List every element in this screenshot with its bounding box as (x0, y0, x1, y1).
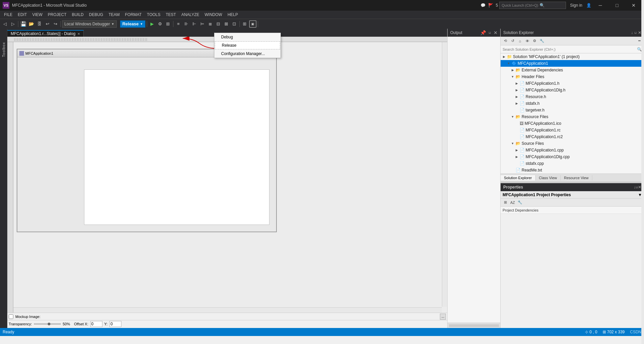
debugger-dropdown[interactable]: Local Windows Debugger ▼ (62, 20, 117, 28)
menu-edit[interactable]: EDIT (15, 11, 29, 19)
offset-x-spinbox[interactable]: 0 (90, 321, 102, 327)
align-btn-2[interactable]: ⊪ (183, 20, 190, 28)
menu-help[interactable]: HELP (225, 11, 240, 19)
offset-y-spinbox[interactable]: 0 (109, 321, 121, 327)
menu-build[interactable]: BUILD (69, 11, 86, 19)
se-resourcefiles-row[interactable]: ▼ 📂 Resource Files (501, 113, 644, 120)
se-close-icon[interactable]: ✕ (638, 30, 641, 35)
se-project-row[interactable]: ▼ 🔷 MFCApplication1 (501, 60, 644, 67)
prop-alphabetical-btn[interactable]: AZ (509, 199, 516, 206)
menu-test[interactable]: TEST (163, 11, 179, 19)
se-resourcefiles-label: Resource Files (522, 114, 548, 119)
minimize-button[interactable]: ─ (593, 0, 608, 11)
se-tab-class-view[interactable]: Class View (536, 175, 561, 181)
prop-scrollbar[interactable] (641, 0, 644, 344)
open-button[interactable]: 📂 (28, 20, 35, 28)
forward-button[interactable]: ▷ (9, 20, 17, 28)
se-pin-icon[interactable]: ↓ (631, 30, 633, 35)
prop-categorized-btn[interactable]: ⊞ (502, 199, 509, 206)
config-option-release[interactable]: Release (215, 41, 280, 49)
undo-button[interactable]: ↩ (44, 20, 51, 28)
mockup-checkbox[interactable] (9, 314, 13, 319)
align-btn-3[interactable]: ⊩ (191, 20, 198, 28)
tools-btn-1[interactable]: ⊞ (164, 20, 172, 28)
menu-format[interactable]: FORMAT (122, 11, 144, 19)
se-props-btn[interactable]: 🔧 (539, 38, 545, 44)
save-all-button[interactable]: 🗄 (36, 20, 43, 28)
prop-close-icon[interactable]: ✕ (638, 185, 641, 190)
se-headerfiles-label: Header Files (522, 74, 544, 79)
signin-link[interactable]: Sign in (567, 3, 585, 8)
menu-project[interactable]: PROJECT (45, 11, 69, 19)
se-filter-btn[interactable]: ⚙ (531, 38, 538, 44)
transparency-slider[interactable] (34, 323, 61, 325)
menu-debug[interactable]: DEBUG (86, 11, 106, 19)
se-collapse-btn[interactable]: ⟲ (502, 38, 509, 44)
se-home-btn[interactable]: ⌂ (517, 38, 523, 44)
maximize-button[interactable]: □ (609, 0, 625, 11)
se-extdeps-row[interactable]: ▶ 📂 External Dependencies (501, 67, 644, 73)
attach-button[interactable]: ⚙ (156, 20, 164, 28)
prop-wrench-btn[interactable]: 🔧 (517, 199, 523, 206)
se-targetver-row[interactable]: 📄 targetver.h (501, 107, 644, 113)
editor-tab-close[interactable]: ✕ (77, 32, 80, 36)
redo-button[interactable]: ↪ (52, 20, 59, 28)
prop-subtitle: MFCApplication1 Project Properties ▼ (501, 191, 644, 199)
se-mfcapp1dlgh-row[interactable]: ▶ 📄 MFCApplication1Dlg.h (501, 87, 644, 93)
se-mfcapp1dlgcpp-row[interactable]: ▶ 📄 MFCApplication1Dlg.cpp (501, 153, 644, 160)
se-readme-row[interactable]: 📄 ReadMe.txt (501, 167, 644, 174)
se-tab-solution-explorer[interactable]: Solution Explorer (501, 175, 536, 181)
tab-order-button[interactable]: ▣ (249, 20, 256, 28)
se-stdafxcpp-row[interactable]: 📄 stdafx.cpp (501, 160, 644, 167)
se-solution-expand: ▶ (502, 55, 506, 59)
menu-tools[interactable]: TOOLS (144, 11, 163, 19)
designer-area[interactable]: MFCApplication1 (13, 42, 447, 313)
horizontal-scrollbar[interactable] (13, 307, 442, 313)
editor-tab-active[interactable]: MFCApplication1.r...States)] - Dialog ✕ (7, 30, 84, 37)
se-sourcefiles-expand: ▼ (511, 141, 515, 145)
grid-button[interactable]: ⊞ (241, 20, 248, 28)
offset-x-value: 0 (91, 322, 94, 326)
se-stdafxh-row[interactable]: ▶ 📄 stdafx.h (501, 100, 644, 107)
align-btn-1[interactable]: ≡ (175, 20, 182, 28)
se-rc2-row[interactable]: 📄 MFCApplication1.rc2 (501, 133, 644, 140)
config-option-debug[interactable]: Debug (214, 33, 280, 41)
align-btn-6[interactable]: ⊟ (215, 20, 222, 28)
output-scrollbar[interactable] (448, 323, 500, 328)
align-btn-5[interactable]: ≣ (207, 20, 214, 28)
dialog-inner-area[interactable] (84, 69, 269, 225)
start-debug-button[interactable]: ▶ (148, 20, 156, 28)
output-close-icon[interactable]: ✕ (494, 30, 498, 35)
se-show-all-btn[interactable]: 👁 (524, 38, 531, 44)
menu-window[interactable]: WINDOW (202, 11, 225, 19)
align-btn-8[interactable]: ⊡ (231, 20, 238, 28)
se-sourcefiles-row[interactable]: ▼ 📂 Source Files (501, 140, 644, 147)
menu-team[interactable]: TEAM (106, 11, 122, 19)
status-csdn: CSDN (630, 330, 641, 334)
quick-launch-box[interactable]: Quick Launch (Ctrl+Q) 🔍 (499, 2, 566, 9)
output-pin-icon[interactable]: 📌 (480, 30, 486, 35)
menu-view[interactable]: VIEW (30, 11, 45, 19)
mockup-browse-btn[interactable]: ... (440, 314, 446, 320)
se-refresh-btn[interactable]: ↺ (509, 38, 516, 44)
menu-file[interactable]: FILE (1, 11, 15, 19)
config-dropdown[interactable]: Release ▼ (120, 20, 145, 28)
back-button[interactable]: ◁ (1, 20, 9, 28)
save-button[interactable]: 💾 (20, 20, 27, 28)
se-resourceh-row[interactable]: ▶ 📄 Resource.h (501, 93, 644, 100)
se-tab-resource-view[interactable]: Resource View (561, 175, 592, 181)
align-btn-4[interactable]: ⊨ (199, 20, 206, 28)
se-mfcapp1h-row[interactable]: ▶ 📄 MFCApplication1.h (501, 80, 644, 87)
se-solution-row[interactable]: ▶ 📁 Solution 'MFCApplication1' (1 projec… (501, 53, 644, 60)
se-headerfiles-row[interactable]: ▼ 📂 Header Files (501, 73, 644, 80)
vertical-scrollbar[interactable] (442, 42, 447, 307)
close-button[interactable]: ✕ (626, 0, 641, 11)
menu-analyze[interactable]: ANALYZE (179, 11, 202, 19)
se-ico-row[interactable]: 🖼 MFCApplication1.ico (501, 120, 644, 127)
config-option-manager[interactable]: Configuration Manager... (214, 50, 280, 58)
status-size: ⊞ 702 x 339 (603, 330, 625, 334)
se-mfcapp1cpp-row[interactable]: ▶ 📄 MFCApplication1.cpp (501, 147, 644, 153)
se-rc-row[interactable]: 📄 MFCApplication1.rc (501, 127, 644, 133)
align-btn-7[interactable]: ⊠ (223, 20, 230, 28)
se-search-input[interactable] (503, 47, 636, 51)
